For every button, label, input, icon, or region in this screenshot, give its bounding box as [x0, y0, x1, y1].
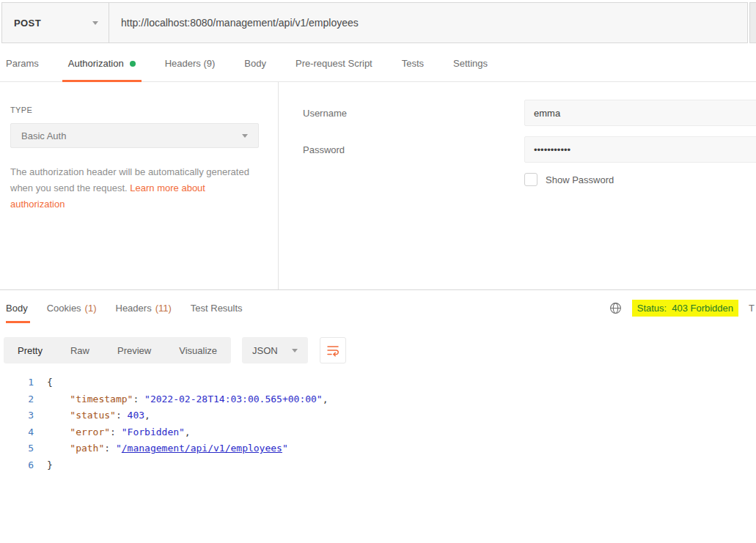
- code-line: 6}: [0, 457, 756, 474]
- code-content: {: [34, 374, 53, 391]
- code-content: "path": "/management/api/v1/employees": [34, 440, 288, 457]
- code-content: "status": 403,: [34, 407, 150, 424]
- tab-count: (11): [155, 303, 172, 314]
- tab-label: Tests: [402, 58, 424, 69]
- status-label: Status:: [637, 303, 667, 314]
- chevron-down-icon: [242, 134, 248, 138]
- line-number: 5: [0, 440, 34, 457]
- tab-label: Cookies: [47, 303, 81, 314]
- auth-type-value: Basic Auth: [21, 130, 66, 141]
- url-bar-group: POST: [1, 2, 748, 43]
- globe-icon[interactable]: [609, 302, 622, 314]
- chevron-down-icon: [92, 21, 98, 25]
- line-number: 6: [0, 457, 34, 474]
- tab-label: Test Results: [191, 303, 243, 314]
- url-input[interactable]: [109, 3, 747, 43]
- tab-label: Headers (9): [165, 58, 216, 69]
- response-view-tabs: PrettyRawPreviewVisualize: [4, 337, 231, 363]
- authorization-panel: TYPE Basic Auth The authorization header…: [0, 82, 756, 290]
- view-tab-raw[interactable]: Raw: [56, 337, 103, 363]
- tab-label: Authorization: [68, 58, 124, 69]
- api-client-app: POST ParamsAuthorizationHeaders (9)BodyP…: [0, 0, 756, 473]
- tab-label: Headers: [116, 303, 152, 314]
- request-tab-params[interactable]: Params: [0, 45, 54, 81]
- method-label: POST: [14, 18, 41, 29]
- show-password-label: Show Password: [546, 174, 614, 185]
- view-tab-pretty[interactable]: Pretty: [4, 337, 56, 363]
- tab-label: Settings: [453, 58, 488, 69]
- auth-description: The authorization header will be automat…: [10, 164, 254, 213]
- view-tab-visualize[interactable]: Visualize: [165, 337, 231, 363]
- tab-count: (1): [85, 303, 97, 314]
- green-dot-icon: [130, 61, 136, 67]
- code-line: 2 "timestamp": "2022-02-28T14:03:00.565+…: [0, 391, 756, 408]
- response-path-link[interactable]: /management/api/v1/employees: [122, 443, 282, 454]
- response-meta: Status: 403 Forbidden T: [609, 300, 755, 317]
- password-input[interactable]: [524, 136, 756, 163]
- status-value: 403 Forbidden: [672, 303, 733, 314]
- response-tabs: BodyCookies(1)Headers(11)Test Results: [6, 290, 252, 325]
- request-tab-pre-request-script[interactable]: Pre-request Script: [281, 45, 387, 81]
- auth-type-dropdown[interactable]: Basic Auth: [10, 123, 259, 148]
- auth-type-label: TYPE: [10, 106, 259, 114]
- response-tab-headers[interactable]: Headers(11): [106, 290, 181, 325]
- password-row: Password: [279, 136, 756, 163]
- username-input[interactable]: [524, 100, 756, 126]
- response-tab-body[interactable]: Body: [6, 290, 37, 325]
- code-content: }: [34, 457, 53, 474]
- time-label-cutoff: T: [749, 303, 755, 314]
- show-password-row: Show Password: [279, 173, 756, 186]
- request-tab-tests[interactable]: Tests: [387, 45, 438, 81]
- send-button-cutoff[interactable]: [749, 2, 756, 43]
- method-dropdown[interactable]: POST: [2, 3, 109, 43]
- response-tab-test-results[interactable]: Test Results: [181, 290, 252, 325]
- request-tab-authorization[interactable]: Authorization: [54, 45, 150, 81]
- status-badge: Status: 403 Forbidden: [632, 300, 738, 317]
- code-line: 4 "error": "Forbidden",: [0, 424, 756, 441]
- auth-credentials-column: Username Password Show Password: [279, 82, 756, 289]
- response-view-toolbar: PrettyRawPreviewVisualize JSON: [4, 337, 756, 363]
- chevron-down-icon: [292, 349, 298, 352]
- request-tab-body[interactable]: Body: [230, 45, 281, 81]
- code-content: "error": "Forbidden",: [34, 424, 191, 441]
- show-password-checkbox[interactable]: [524, 173, 537, 186]
- line-number: 1: [0, 374, 34, 391]
- request-tab-headers-9[interactable]: Headers (9): [150, 45, 230, 81]
- request-url-bar: POST: [0, 0, 756, 45]
- view-tab-preview[interactable]: Preview: [103, 337, 165, 363]
- password-label: Password: [279, 144, 524, 155]
- tab-label: Pre-request Script: [296, 58, 373, 69]
- response-body-code: 1{2 "timestamp": "2022-02-28T14:03:00.56…: [0, 374, 756, 473]
- format-dropdown[interactable]: JSON: [242, 337, 308, 363]
- line-number: 2: [0, 391, 34, 408]
- wrap-text-icon: [326, 344, 340, 357]
- code-line: 3 "status": 403,: [0, 407, 756, 424]
- request-tabs: ParamsAuthorizationHeaders (9)BodyPre-re…: [0, 45, 756, 82]
- code-line: 1{: [0, 374, 756, 391]
- format-value: JSON: [252, 345, 278, 356]
- username-row: Username: [279, 100, 756, 126]
- tab-label: Body: [6, 303, 28, 314]
- response-tab-cookies[interactable]: Cookies(1): [37, 290, 106, 325]
- response-header: BodyCookies(1)Headers(11)Test Results St…: [0, 290, 756, 325]
- wrap-text-button[interactable]: [320, 337, 346, 363]
- line-number: 3: [0, 407, 34, 424]
- tab-label: Params: [6, 58, 39, 69]
- tab-label: Body: [244, 58, 266, 69]
- code-content: "timestamp": "2022-02-28T14:03:00.565+00…: [34, 391, 329, 408]
- line-number: 4: [0, 424, 34, 441]
- auth-type-column: TYPE Basic Auth The authorization header…: [0, 82, 279, 289]
- code-line: 5 "path": "/management/api/v1/employees": [0, 440, 756, 457]
- request-tab-settings[interactable]: Settings: [438, 45, 502, 81]
- username-label: Username: [279, 108, 524, 119]
